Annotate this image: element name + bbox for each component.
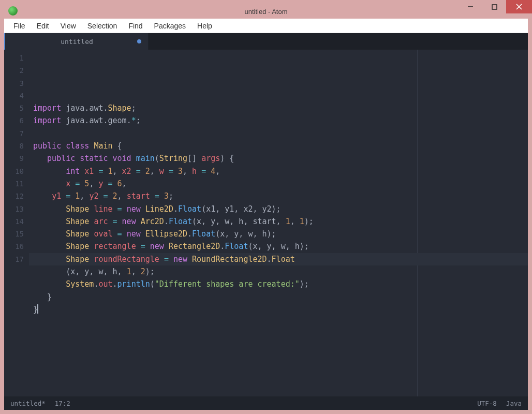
window-controls [459, 0, 532, 14]
minimize-button[interactable] [459, 0, 482, 13]
line-number: 4 [4, 90, 29, 102]
line-number: 7 [4, 127, 29, 140]
line-number: 10 [4, 165, 29, 178]
code-line: x = 5, y = 6, [33, 178, 528, 190]
status-encoding[interactable]: UTF-8 [477, 400, 497, 407]
maximize-icon [492, 4, 497, 10]
editor: untitled 1234567891011121314151617 impor… [4, 33, 528, 410]
code-line: import java.awt.geom.*; [33, 114, 528, 127]
code-line [33, 127, 528, 140]
close-icon [516, 4, 522, 10]
line-number: 9 [4, 152, 29, 165]
menu-find[interactable]: Find [123, 20, 147, 32]
code-line: y1 = 1, y2 = 2, start = 3; [33, 190, 528, 202]
code-area[interactable]: import java.awt.Shape;import java.awt.ge… [29, 50, 528, 396]
code-line: } [33, 303, 528, 316]
status-grammar[interactable]: Java [506, 400, 522, 407]
code-line: public class Main { [33, 140, 528, 152]
menu-packages[interactable]: Packages [149, 20, 191, 32]
menu-view[interactable]: View [55, 20, 81, 32]
menubar: File Edit View Selection Find Packages H… [4, 19, 528, 33]
menu-file[interactable]: File [8, 20, 31, 32]
code-line: Shape line = new Line2D.Float(x1, y1, x2… [33, 203, 528, 215]
maximize-button[interactable] [482, 0, 506, 13]
line-number: 5 [4, 102, 29, 114]
tab-label: untitled [61, 38, 93, 46]
window-frame: untitled - Atom File Edit View Selection… [0, 0, 532, 414]
code-line: System.out.println("Different shapes are… [33, 278, 528, 290]
status-cursor-position[interactable]: 17:2 [55, 400, 70, 407]
window-title: untitled - Atom [244, 8, 287, 16]
status-filename[interactable]: untitled* [10, 400, 46, 407]
menu-selection[interactable]: Selection [82, 20, 123, 32]
code-line: Shape arc = new Arc2D.Float(x, y, w, h, … [33, 215, 528, 228]
menu-edit[interactable]: Edit [32, 20, 54, 32]
line-number: 12 [4, 190, 29, 202]
code-line: } [33, 291, 528, 303]
titlebar[interactable]: untitled - Atom [4, 4, 528, 19]
code-line: public static void main(String[] args) { [33, 152, 528, 165]
line-number: 13 [4, 203, 29, 215]
code-line: import java.awt.Shape; [33, 102, 528, 114]
code-line: (x, y, w, h, 1, 2); [33, 265, 528, 278]
line-number-gutter: 1234567891011121314151617 [4, 50, 29, 396]
line-number: 16 [4, 240, 29, 253]
menu-help[interactable]: Help [192, 20, 217, 32]
editor-body[interactable]: 1234567891011121314151617 import java.aw… [4, 50, 528, 396]
close-button[interactable] [506, 0, 532, 13]
code-content: import java.awt.Shape;import java.awt.ge… [29, 102, 528, 316]
minimize-icon [467, 4, 474, 10]
line-number: 2 [4, 64, 29, 77]
line-number: 1 [4, 52, 29, 64]
dirty-indicator-icon [137, 39, 141, 43]
statusbar: untitled* 17:2 UTF-8 Java [4, 396, 528, 410]
line-number: 15 [4, 228, 29, 240]
code-line: int x1 = 1, x2 = 2, w = 3, h = 4, [33, 165, 528, 178]
code-line: Shape oval = new Ellipse2D.Float(x, y, w… [33, 228, 528, 240]
atom-app-icon [8, 6, 18, 16]
svg-rect-1 [492, 5, 497, 9]
line-number: 6 [4, 114, 29, 127]
tab-untitled[interactable]: untitled [5, 33, 149, 50]
code-line: Shape roundRectangle = new RoundRectangl… [33, 253, 528, 265]
line-number: 17 [4, 253, 29, 265]
tabbar: untitled [4, 33, 528, 50]
text-cursor [37, 304, 38, 314]
line-number: 11 [4, 178, 29, 190]
line-number: 14 [4, 215, 29, 228]
line-number: 8 [4, 140, 29, 152]
code-line: Shape rectangle = new Rectangle2D.Float(… [33, 240, 528, 253]
line-number: 3 [4, 77, 29, 90]
